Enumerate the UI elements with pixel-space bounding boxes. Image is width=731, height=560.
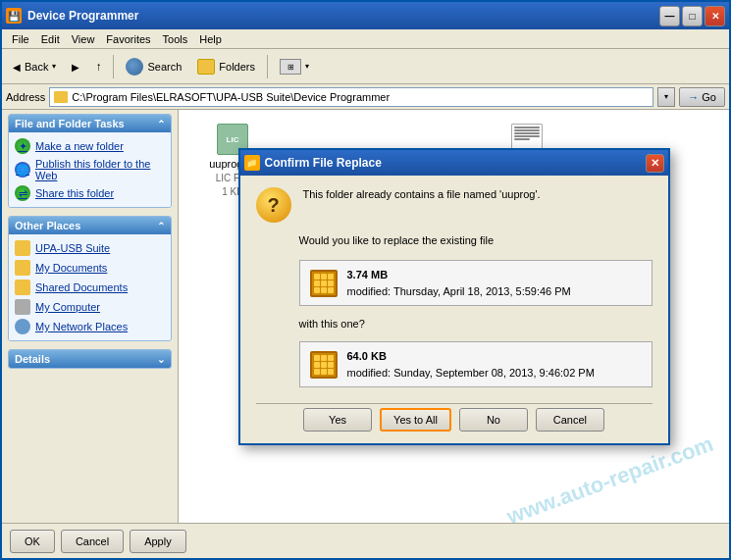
- tasks-title: File and Folder Tasks: [15, 118, 125, 129]
- tasks-section: File and Folder Tasks ⌃ ✦ Make a new fol…: [8, 114, 172, 208]
- dialog-message: This folder already contains a file name…: [303, 187, 653, 202]
- new-file-text: 64.0 KB modified: Sunday, September 08, …: [347, 348, 595, 381]
- go-button[interactable]: → Go: [679, 87, 725, 107]
- address-label: Address: [6, 91, 45, 103]
- link-upa-usb-text: UPA-USB Suite: [35, 242, 110, 254]
- details-section: Details ⌄: [8, 349, 172, 369]
- forward-icon: [72, 61, 79, 73]
- separator-2: [267, 55, 268, 78]
- existing-file-text: 3.74 MB modified: Thursday, April 18, 20…: [347, 267, 571, 299]
- forward-button[interactable]: [65, 53, 86, 80]
- details-chevron: ⌄: [157, 354, 165, 365]
- existing-file-info: 3.74 MB modified: Thursday, April 18, 20…: [299, 260, 653, 306]
- menu-tools[interactable]: Tools: [157, 32, 194, 46]
- link-shared-docs-text: Shared Documents: [35, 281, 128, 293]
- title-bar: 💾 Device Programmer — □ ✕: [2, 2, 729, 29]
- other-places-chevron: ⌃: [157, 221, 165, 231]
- existing-file-chip-icon: [310, 270, 338, 297]
- up-button[interactable]: [88, 53, 108, 80]
- dialog-body: ? This folder already contains a file na…: [240, 176, 668, 443]
- bottom-bar: OK Cancel Apply: [2, 523, 729, 558]
- link-network-places[interactable]: My Network Places: [15, 317, 165, 336]
- other-places-section: Other Places ⌃ UPA-USB Suite My Document…: [8, 216, 172, 341]
- go-arrow-icon: →: [688, 91, 699, 103]
- views-button[interactable]: ⊞ ▾: [273, 53, 316, 80]
- window-title: Device Programmer: [27, 9, 659, 23]
- tasks-body: ✦ Make a new folder 🌐 Publish this folde…: [9, 132, 171, 207]
- address-folder-icon: [54, 91, 68, 103]
- up-icon: [95, 60, 101, 74]
- details-header[interactable]: Details ⌄: [9, 350, 171, 368]
- link-new-folder[interactable]: ✦ Make a new folder: [15, 136, 165, 156]
- search-icon: [126, 58, 143, 76]
- existing-file-modified: modified: Thursday, April 18, 2013, 5:59…: [347, 285, 571, 297]
- menu-bar: File Edit View Favorites Tools Help: [2, 29, 729, 49]
- link-shared-docs[interactable]: Shared Documents: [15, 278, 165, 297]
- other-places-header[interactable]: Other Places ⌃: [9, 217, 171, 234]
- dialog-top-row: ? This folder already contains a file na…: [256, 187, 653, 223]
- back-button[interactable]: Back ▾: [6, 53, 63, 80]
- separator-1: [113, 55, 114, 78]
- link-my-docs[interactable]: My Documents: [15, 258, 165, 278]
- close-button[interactable]: ✕: [705, 6, 725, 26]
- cancel-dialog-button[interactable]: Cancel: [536, 408, 604, 432]
- existing-file-size: 3.74 MB: [347, 269, 389, 280]
- dialog-title-text: Confirm File Replace: [265, 156, 646, 170]
- maximize-button[interactable]: □: [682, 6, 703, 26]
- dialog-overlay: 📁 Confirm File Replace ✕ ? This folder a…: [179, 110, 729, 523]
- left-panel: File and Folder Tasks ⌃ ✦ Make a new fol…: [2, 110, 179, 523]
- no-button[interactable]: No: [459, 408, 528, 432]
- views-dropdown-arrow: ▾: [305, 62, 309, 71]
- new-file-modified: modified: Sunday, September 08, 2013, 9:…: [347, 367, 595, 379]
- main-window: 💾 Device Programmer — □ ✕ File Edit View…: [0, 0, 731, 560]
- folders-icon: [197, 59, 215, 75]
- link-upa-usb[interactable]: UPA-USB Suite: [15, 238, 165, 258]
- apply-button[interactable]: Apply: [130, 530, 186, 553]
- menu-help[interactable]: Help: [193, 32, 228, 46]
- link-publish-text: Publish this folder to the Web: [35, 158, 165, 181]
- new-file-chip-icon: [310, 351, 338, 379]
- share-icon: ⇌: [15, 185, 30, 201]
- dialog-close-button[interactable]: ✕: [646, 154, 664, 173]
- link-my-computer-text: My Computer: [35, 301, 100, 313]
- upa-usb-icon: [15, 240, 30, 256]
- yes-to-all-button[interactable]: Yes to All: [380, 408, 451, 432]
- dialog-title-icon: 📁: [244, 155, 260, 171]
- address-path: C:\Program Files\ELRASOFT\UPA-USB Suite\…: [72, 91, 390, 103]
- link-publish[interactable]: 🌐 Publish this folder to the Web: [15, 156, 165, 183]
- address-dropdown[interactable]: ▾: [657, 87, 675, 107]
- tasks-header[interactable]: File and Folder Tasks ⌃: [9, 115, 171, 132]
- minimize-button[interactable]: —: [659, 6, 680, 26]
- new-folder-icon: ✦: [15, 138, 30, 154]
- address-bar: Address C:\Program Files\ELRASOFT\UPA-US…: [2, 84, 729, 110]
- views-icon: ⊞: [280, 59, 301, 75]
- menu-view[interactable]: View: [66, 32, 101, 46]
- dialog-title-bar: 📁 Confirm File Replace ✕: [240, 150, 668, 176]
- dialog-question: Would you like to replace the existing f…: [299, 234, 653, 246]
- link-share[interactable]: ⇌ Share this folder: [15, 183, 165, 203]
- with-this-one-text: with this one?: [299, 318, 653, 330]
- link-my-computer[interactable]: My Computer: [15, 297, 165, 317]
- cancel-bottom-button[interactable]: Cancel: [61, 530, 124, 553]
- folders-button[interactable]: Folders: [190, 53, 262, 80]
- address-input[interactable]: C:\Program Files\ELRASOFT\UPA-USB Suite\…: [49, 87, 653, 107]
- shared-docs-icon: [15, 280, 30, 295]
- folders-label: Folders: [219, 61, 255, 73]
- link-network-places-text: My Network Places: [35, 321, 128, 332]
- yes-button[interactable]: Yes: [303, 408, 372, 432]
- window-controls: — □ ✕: [659, 6, 725, 26]
- tasks-chevron: ⌃: [157, 119, 165, 129]
- search-label: Search: [147, 61, 182, 73]
- menu-edit[interactable]: Edit: [35, 32, 66, 46]
- back-label: Back: [25, 61, 48, 73]
- menu-favorites[interactable]: Favorites: [100, 32, 156, 46]
- window-icon: 💾: [6, 8, 22, 24]
- search-button[interactable]: Search: [119, 53, 188, 80]
- menu-file[interactable]: File: [6, 32, 35, 46]
- back-icon: [13, 61, 21, 73]
- file-area: LIC uuprog.lic LIC File 1 KB ATT00003 Te…: [179, 110, 729, 523]
- confirm-file-replace-dialog: 📁 Confirm File Replace ✕ ? This folder a…: [238, 148, 670, 445]
- new-file-info: 64.0 KB modified: Sunday, September 08, …: [299, 341, 653, 387]
- publish-icon: 🌐: [15, 162, 30, 178]
- ok-button[interactable]: OK: [10, 530, 55, 553]
